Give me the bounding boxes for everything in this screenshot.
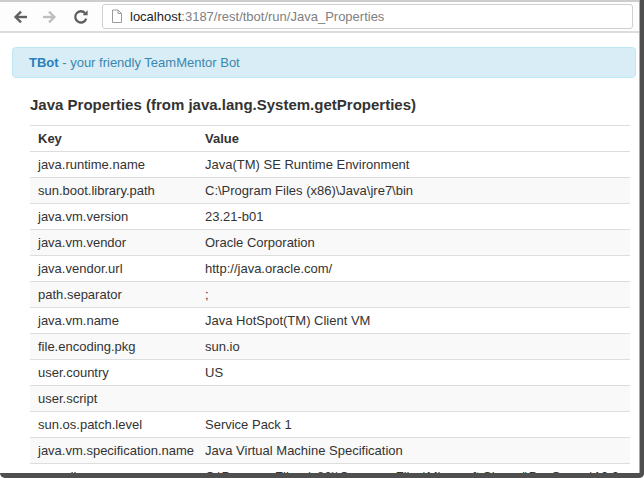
property-key: path.separator: [30, 282, 197, 308]
property-value: C:\Program Files (x86)\Java\jre7\bin: [197, 178, 630, 204]
document-page-icon: [111, 9, 123, 24]
tbot-info-banner: TBot - your friendly TeamMentor Bot: [12, 47, 636, 78]
tbot-tagline: - your friendly TeamMentor Bot: [59, 55, 240, 70]
table-row: java.runtime.name Java(TM) SE Runtime En…: [30, 152, 630, 178]
table-row: java.vendor.url http://java.oracle.com/: [30, 256, 630, 282]
window-frame-right: [639, 0, 644, 478]
property-key: java.vm.name: [30, 308, 197, 334]
reload-button[interactable]: [68, 4, 94, 30]
back-arrow-icon: [11, 7, 31, 27]
window-frame-top: [0, 0, 644, 2]
property-key: java.vendor.url: [30, 256, 197, 282]
properties-table-body: java.runtime.name Java(TM) SE Runtime En…: [30, 152, 630, 478]
property-key: user.country: [30, 360, 197, 386]
java-properties-table: Key Value java.runtime.name Java(TM) SE …: [30, 125, 630, 478]
page-title: Java Properties (from java.lang.System.g…: [30, 96, 634, 113]
column-header-key: Key: [30, 126, 197, 152]
property-value: http://java.oracle.com/: [197, 256, 630, 282]
url-path: :3187/rest/tbot/run/Java_Properties: [181, 9, 384, 24]
forward-arrow-icon: [39, 7, 59, 27]
table-row: user.script: [30, 386, 630, 412]
back-button[interactable]: [8, 4, 34, 30]
property-key: sun.boot.library.path: [30, 178, 197, 204]
property-value: sun.io: [197, 334, 630, 360]
browser-window: localhost:3187/rest/tbot/run/Java_Proper…: [0, 0, 644, 478]
url-host: localhost: [130, 9, 181, 24]
property-value: Oracle Corporation: [197, 230, 630, 256]
browser-toolbar: localhost:3187/rest/tbot/run/Java_Proper…: [0, 0, 644, 33]
forward-button[interactable]: [36, 4, 62, 30]
address-bar[interactable]: localhost:3187/rest/tbot/run/Java_Proper…: [102, 4, 633, 29]
page-content: TBot - your friendly TeamMentor Bot Java…: [0, 47, 644, 478]
table-row: java.vm.name Java HotSpot(TM) Client VM: [30, 308, 630, 334]
property-key: sun.os.patch.level: [30, 412, 197, 438]
property-key: java.vm.vendor: [30, 230, 197, 256]
property-key: java.vm.specification.name: [30, 438, 197, 464]
property-key: user.script: [30, 386, 197, 412]
table-row: java.vm.version 23.21-b01: [30, 204, 630, 230]
url-text: localhost:3187/rest/tbot/run/Java_Proper…: [130, 9, 384, 24]
property-value: [197, 386, 630, 412]
column-header-value: Value: [197, 126, 630, 152]
window-frame-bottom: [0, 473, 644, 478]
table-row: path.separator ;: [30, 282, 630, 308]
table-row: sun.os.patch.level Service Pack 1: [30, 412, 630, 438]
property-value: Java HotSpot(TM) Client VM: [197, 308, 630, 334]
table-row: java.vm.specification.name Java Virtual …: [30, 438, 630, 464]
property-key: file.encoding.pkg: [30, 334, 197, 360]
table-header-row: Key Value: [30, 126, 630, 152]
table-row: user.country US: [30, 360, 630, 386]
tbot-brand-link[interactable]: TBot: [29, 55, 59, 70]
property-value: ;: [197, 282, 630, 308]
property-value: Service Pack 1: [197, 412, 630, 438]
property-value: Java(TM) SE Runtime Environment: [197, 152, 630, 178]
table-row: java.vm.vendor Oracle Corporation: [30, 230, 630, 256]
property-value: US: [197, 360, 630, 386]
table-row: file.encoding.pkg sun.io: [30, 334, 630, 360]
property-key: java.runtime.name: [30, 152, 197, 178]
table-row: sun.boot.library.path C:\Program Files (…: [30, 178, 630, 204]
property-value: 23.21-b01: [197, 204, 630, 230]
reload-icon: [71, 7, 91, 27]
property-key: java.vm.version: [30, 204, 197, 230]
property-value: Java Virtual Machine Specification: [197, 438, 630, 464]
